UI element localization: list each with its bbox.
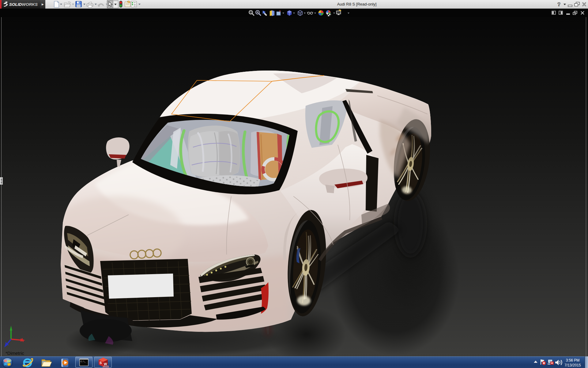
svg-text:S: S <box>100 361 102 365</box>
svg-text:2015: 2015 <box>103 365 109 368</box>
svg-text:?: ? <box>557 2 560 7</box>
svg-text:SOLIDWORKS: SOLIDWORKS <box>9 2 38 7</box>
svg-text:C:\_: C:\_ <box>81 360 86 363</box>
